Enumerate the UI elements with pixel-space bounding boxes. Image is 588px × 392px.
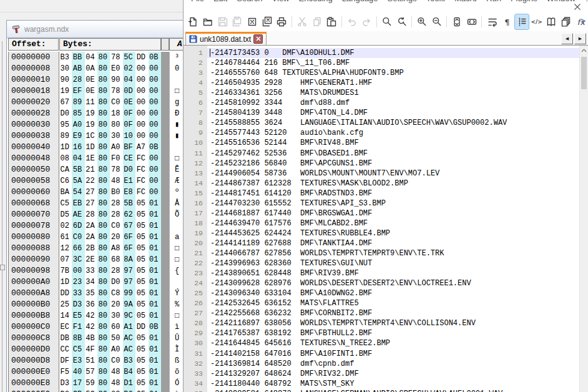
- byte-value[interactable]: 17: [72, 378, 84, 389]
- byte-value[interactable]: 99: [123, 288, 135, 299]
- byte-value[interactable]: 08: [59, 153, 72, 164]
- hex-row[interactable]: 000000D8DFE35180C0B30501ß: [7, 355, 194, 366]
- bytes-column-header[interactable]: Bytes:: [59, 38, 161, 51]
- byte-value[interactable]: 01: [149, 209, 161, 220]
- byte-value[interactable]: 51: [85, 355, 97, 366]
- sync-scroll-vertical-icon[interactable]: [450, 14, 464, 29]
- byte-value[interactable]: 22: [85, 175, 97, 187]
- editor-line[interactable]: -2142532645 636152 MATS\FLATTRE5: [207, 298, 580, 308]
- byte-value[interactable]: 01: [149, 265, 161, 277]
- byte-value[interactable]: F1: [72, 321, 84, 333]
- close-file-icon[interactable]: [245, 14, 260, 29]
- byte-value[interactable]: 01: [149, 288, 161, 299]
- byte-value[interactable]: 05: [135, 220, 148, 232]
- byte-value[interactable]: DD: [135, 321, 148, 333]
- scrollbar-thumb[interactable]: [581, 57, 587, 89]
- bytes-cell[interactable]: DFE35180C0B30501: [59, 355, 161, 366]
- byte-value[interactable]: 34: [85, 277, 97, 288]
- byte-value[interactable]: 25: [59, 299, 72, 310]
- close-all-icon[interactable]: [260, 14, 274, 29]
- byte-value[interactable]: DD: [135, 52, 148, 63]
- editor[interactable]: 1234567891011121314151617181920212223242…: [184, 46, 588, 392]
- menu-item-window[interactable]: Window: [547, 0, 576, 3]
- bytes-cell[interactable]: C5EB2780285B0501: [59, 198, 161, 209]
- hex-row[interactable]: 00000078026D2A80C0670501: [7, 220, 194, 232]
- byte-value[interactable]: 80: [97, 187, 110, 198]
- byte-value[interactable]: 07: [59, 254, 72, 265]
- byte-value[interactable]: 19: [59, 86, 72, 97]
- tab-scroll-right-icon[interactable]: ▶: [574, 33, 586, 44]
- byte-value[interactable]: AC: [123, 344, 135, 355]
- byte-value[interactable]: 10: [123, 130, 135, 142]
- indent-guide-icon[interactable]: [515, 14, 529, 29]
- undo-icon[interactable]: [345, 14, 359, 29]
- byte-value[interactable]: 05: [135, 209, 148, 220]
- byte-value[interactable]: 78: [110, 164, 122, 175]
- byte-value[interactable]: 5A: [72, 175, 84, 187]
- byte-value[interactable]: 05: [135, 355, 148, 366]
- byte-value[interactable]: FC: [135, 153, 148, 164]
- byte-value[interactable]: 02: [123, 63, 135, 74]
- window-close-icon[interactable]: [573, 2, 582, 11]
- byte-value[interactable]: B4: [123, 366, 135, 378]
- byte-value[interactable]: 57: [85, 366, 97, 378]
- byte-value[interactable]: 01: [149, 355, 161, 366]
- byte-value[interactable]: 5C: [85, 389, 97, 392]
- byte-value[interactable]: 9C: [123, 310, 135, 321]
- editor-line[interactable]: -2145810992 3344 dmf\d88.dmf: [207, 98, 580, 108]
- menu-item-search[interactable]: Search: [237, 0, 262, 3]
- hex-row[interactable]: 0000008061C02A80206F0501a: [7, 232, 194, 243]
- hex-row[interactable]: 000000B025D33680209A0501%: [7, 299, 194, 310]
- show-all-characters-icon[interactable]: ¶: [500, 14, 514, 29]
- byte-value[interactable]: C6: [59, 175, 72, 187]
- byte-value[interactable]: 18: [110, 108, 122, 119]
- byte-value[interactable]: 35: [85, 288, 97, 299]
- byte-value[interactable]: CB: [72, 389, 84, 392]
- byte-value[interactable]: 05: [135, 366, 148, 378]
- byte-value[interactable]: BA: [59, 187, 72, 198]
- hex-row[interactable]: 00000000B3BB0480785CDD0B³: [7, 52, 194, 63]
- byte-value[interactable]: 28: [85, 209, 97, 220]
- byte-value[interactable]: DB: [59, 333, 72, 344]
- byte-value[interactable]: 6F: [123, 243, 135, 254]
- byte-value[interactable]: 80: [97, 366, 110, 378]
- scrollbar-up-icon[interactable]: [580, 46, 588, 56]
- editor-line[interactable]: -2145232186 56840 BMF\APCGUNS1.BMF: [207, 159, 580, 169]
- bytes-cell[interactable]: 30AB0A80E0020000: [59, 63, 161, 74]
- byte-value[interactable]: 19: [85, 119, 97, 130]
- bytes-cell[interactable]: 1D233480D0970501: [59, 277, 161, 288]
- byte-value[interactable]: DD: [59, 288, 72, 299]
- byte-value[interactable]: 80: [97, 254, 110, 265]
- hex-row[interactable]: 000000B814E54280309C0501□: [7, 310, 194, 321]
- byte-value[interactable]: 00: [72, 265, 84, 277]
- hex-row[interactable]: 0000003095A01980800F0000▮: [7, 119, 194, 130]
- panel-splitter-handle[interactable]: [0, 265, 5, 270]
- byte-value[interactable]: 48: [110, 366, 122, 378]
- editor-line[interactable]: -2144703230 615552 TEXTURES\API_S3.BMP: [207, 198, 580, 208]
- bytes-cell[interactable]: B3BB0480785CDD0B: [59, 52, 161, 63]
- byte-value[interactable]: 04: [72, 153, 84, 164]
- byte-value[interactable]: 05: [135, 265, 148, 277]
- byte-value[interactable]: AC: [123, 333, 135, 344]
- editor-line[interactable]: -2144817451 614120 BMF\RADSTND3.BMF: [207, 189, 580, 198]
- byte-value[interactable]: 80: [97, 74, 110, 86]
- hex-row[interactable]: 000000A8DD333580C8990501Ý: [7, 288, 194, 299]
- byte-value[interactable]: B6: [123, 389, 135, 392]
- byte-value[interactable]: 5B: [123, 198, 135, 209]
- byte-value[interactable]: A7: [135, 142, 148, 153]
- editor-line[interactable]: -2142255668 636232 BMF\CORNBIT2.BMF: [207, 308, 580, 318]
- new-file-icon[interactable]: [186, 14, 200, 29]
- tab-scroll-left-icon[interactable]: ◀: [561, 33, 573, 44]
- tab-unk1089[interactable]: unk1089.dat.txt: [185, 32, 267, 45]
- byte-value[interactable]: 90: [59, 74, 72, 86]
- menu-item-tools[interactable]: Tools: [426, 0, 445, 3]
- redo-icon[interactable]: [360, 14, 374, 29]
- byte-value[interactable]: 4B: [85, 333, 97, 344]
- hex-row[interactable]: 0000008812662B80A86F0501□: [7, 243, 194, 254]
- byte-value[interactable]: DF: [59, 355, 72, 366]
- byte-value[interactable]: 97: [123, 265, 135, 277]
- bytes-cell[interactable]: ECF1428060A1DD0B: [59, 321, 161, 333]
- byte-value[interactable]: 05: [135, 232, 148, 243]
- byte-value[interactable]: E9: [72, 130, 84, 142]
- bytes-cell[interactable]: 12662B80A86F0501: [59, 243, 161, 254]
